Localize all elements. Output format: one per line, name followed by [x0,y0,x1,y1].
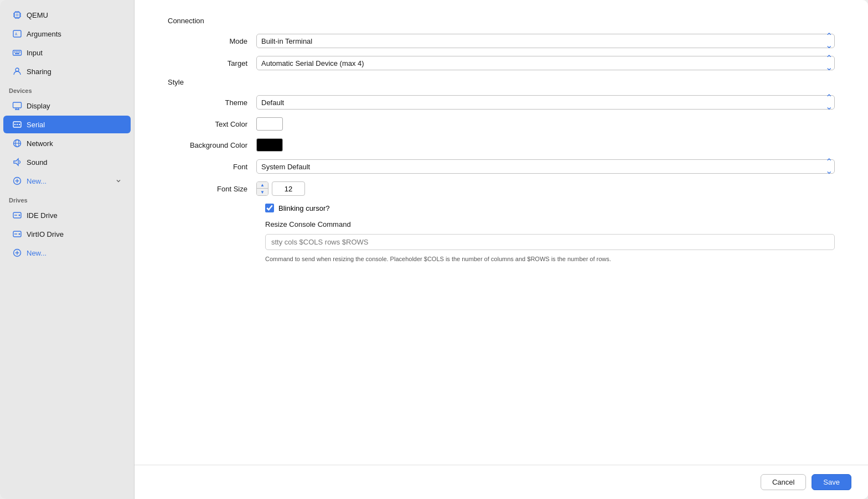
mode-row: Mode Built-in Terminal External Terminal… [168,34,835,48]
main-content: Connection Mode Built-in Terminal Extern… [135,0,868,499]
font-size-increment-button[interactable]: ▲ [257,182,268,189]
svg-rect-1 [16,14,19,17]
theme-row: Theme Default Dark Light ⌃⌄ [168,95,835,110]
target-select[interactable]: Automatic Serial Device (max 4) Manual [256,56,835,70]
svg-rect-20 [19,51,20,53]
devices-section-label: Devices [0,81,134,96]
font-size-stepper: ▲ ▼ [256,181,268,196]
blinking-cursor-checkbox[interactable] [265,204,274,212]
theme-select-wrapper: Default Dark Light ⌃⌄ [256,95,835,110]
svg-point-42 [19,233,20,235]
chip-icon [12,10,22,20]
background-color-label: Background Color [168,141,256,149]
sidebar-item-arguments[interactable]: A Arguments [3,25,131,43]
resize-command-input[interactable] [265,234,835,250]
text-color-label: Text Color [168,120,256,128]
theme-control: Default Dark Light ⌃⌄ [256,95,835,110]
plus-icon [12,176,22,186]
sidebar-item-display[interactable]: Display [3,97,131,115]
sidebar-item-label: Input [27,49,43,57]
keyboard-icon [12,48,22,58]
sidebar-item-label: IDE Drive [27,211,58,220]
sidebar-item-virtio-drive[interactable]: VirtIO Drive [3,225,131,243]
sidebar-item-sharing[interactable]: Sharing [3,63,131,80]
sidebar-item-qemu[interactable]: QEMU [3,6,131,24]
svg-rect-19 [18,51,19,53]
sidebar-item-label: New... [27,177,46,185]
font-size-row: Font Size ▲ ▼ [168,181,835,196]
resize-console-title: Resize Console Command [168,220,835,228]
bottom-bar: Cancel Save [135,465,868,499]
sidebar-item-input[interactable]: Input [3,44,131,61]
sidebar-item-label: VirtIO Drive [27,230,64,238]
svg-text:A: A [15,32,18,37]
font-select-wrapper: System Default Menlo Monaco Courier ⌃⌄ [256,159,835,174]
sidebar-item-label: Display [27,102,50,110]
sidebar-item-label: Network [27,139,53,148]
sidebar: QEMU A Arguments [0,0,135,499]
font-control: System Default Menlo Monaco Courier ⌃⌄ [256,159,835,174]
sidebar-item-label: Sound [27,158,48,167]
drive-icon [12,229,22,239]
font-size-control: ▲ ▼ [256,181,835,196]
resize-command-desc: Command to send when resizing the consol… [168,254,666,264]
target-label: Target [168,59,256,67]
mode-select-wrapper: Built-in Terminal External Terminal Pseu… [256,34,835,48]
svg-marker-34 [14,159,18,165]
sidebar-item-sound[interactable]: Sound [3,153,131,171]
mode-label: Mode [168,37,256,45]
network-icon [12,138,22,148]
blinking-cursor-label: Blinking cursor? [278,204,330,212]
display-icon [12,101,22,111]
text-color-row: Text Color [168,117,835,131]
drives-section-label: Drives [0,190,134,206]
sidebar-item-network[interactable]: Network [3,134,131,152]
svg-point-22 [16,68,19,71]
font-select[interactable]: System Default Menlo Monaco Courier [256,159,835,174]
sidebar-item-label: Arguments [27,30,61,38]
svg-point-28 [14,124,16,125]
svg-rect-21 [15,53,19,54]
svg-rect-17 [14,51,16,53]
target-control: Automatic Serial Device (max 4) Manual ⌃… [256,56,835,70]
mode-control: Built-in Terminal External Terminal Pseu… [256,34,835,48]
background-color-control [256,138,835,152]
style-section-title: Style [168,78,835,86]
font-row: Font System Default Menlo Monaco Courier… [168,159,835,174]
sidebar-item-serial[interactable]: Serial [3,116,131,133]
sidebar-item-label: Sharing [27,67,51,76]
background-color-row: Background Color [168,138,835,152]
target-row: Target Automatic Serial Device (max 4) M… [168,56,835,70]
cancel-button[interactable]: Cancel [761,474,806,490]
drive-icon [12,210,22,220]
font-size-decrement-button[interactable]: ▼ [257,189,268,195]
svg-rect-16 [13,50,22,55]
sidebar-item-label: Serial [27,121,45,129]
plus-icon [12,248,22,258]
serial-icon [12,119,22,129]
text-color-control [256,117,835,131]
svg-point-39 [19,215,20,216]
connection-section-title: Connection [168,17,835,25]
sidebar-item-new-drive[interactable]: New... [3,244,131,262]
theme-select[interactable]: Default Dark Light [256,95,835,110]
person-icon [12,66,22,76]
mode-select[interactable]: Built-in Terminal External Terminal Pseu… [256,34,835,48]
sidebar-item-ide-drive[interactable]: IDE Drive [3,206,131,224]
background-color-swatch[interactable] [256,138,283,152]
font-size-input[interactable] [272,181,305,196]
save-button[interactable]: Save [812,474,851,490]
font-size-label: Font Size [168,185,256,193]
sound-icon [12,157,22,167]
theme-label: Theme [168,98,256,107]
text-color-swatch[interactable] [256,117,283,131]
blinking-cursor-row: Blinking cursor? [168,204,835,212]
svg-point-30 [19,124,20,125]
font-size-input-group: ▲ ▼ [256,181,835,196]
sidebar-item-label: New... [27,249,46,257]
font-label: Font [168,163,256,171]
target-select-wrapper: Automatic Serial Device (max 4) Manual ⌃… [256,56,835,70]
text-format-icon: A [12,29,22,39]
sidebar-item-new-device[interactable]: New... [3,172,131,190]
content-area: Connection Mode Built-in Terminal Extern… [135,0,868,465]
